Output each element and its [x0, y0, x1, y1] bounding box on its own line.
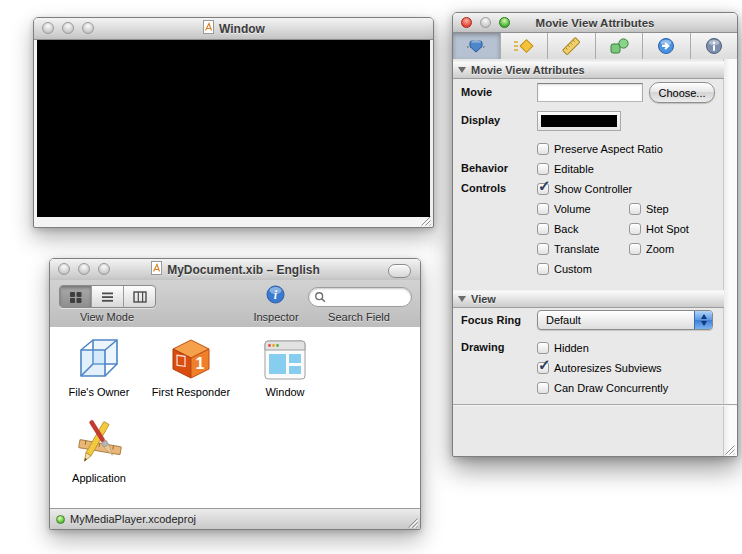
checkbox-autoresizes-subviews[interactable]: Autoresizes Subviews [537, 361, 662, 375]
scrollbar-track[interactable] [723, 59, 737, 456]
disclosure-triangle-icon[interactable] [458, 67, 466, 73]
close-button[interactable] [461, 17, 472, 28]
checkbox-box[interactable] [537, 362, 549, 374]
checkbox-hidden[interactable]: Hidden [537, 341, 589, 355]
tab-connections[interactable] [643, 33, 691, 59]
zoom-button[interactable] [82, 22, 94, 34]
view-mode-columns-segment[interactable] [124, 286, 155, 307]
list-view-icon [101, 291, 114, 303]
checkbox-box[interactable] [537, 163, 549, 175]
close-button[interactable] [58, 263, 70, 275]
window-controls [58, 263, 110, 275]
status-bar: MyMediaPlayer.xcodeproj [50, 508, 420, 529]
display-color-well[interactable] [537, 111, 621, 131]
checkbox-label: Zoom [646, 243, 674, 255]
checkbox-hot-spot[interactable]: Hot Spot [629, 222, 689, 236]
view-mode-icons-segment[interactable] [60, 286, 92, 307]
checkbox-can-draw-concurrently[interactable]: Can Draw Concurrently [537, 381, 668, 395]
checkbox-box[interactable] [537, 183, 549, 195]
resize-grip-icon[interactable] [722, 441, 735, 454]
behavior-label: Behavior [461, 162, 508, 174]
minimize-button[interactable] [78, 263, 90, 275]
movie-input[interactable] [541, 87, 641, 101]
checkbox-zoom[interactable]: Zoom [629, 242, 674, 256]
movie-view-canvas[interactable] [37, 40, 430, 217]
object-first-responder[interactable]: 1 First Responder [145, 333, 237, 398]
movie-window-titlebar[interactable]: Window [34, 18, 433, 40]
search-field-label: Search Field [308, 311, 410, 323]
movie-field[interactable] [537, 83, 643, 102]
tab-effects[interactable] [501, 33, 549, 59]
tab-attributes[interactable] [453, 33, 501, 59]
arrow-up-icon [701, 314, 707, 319]
controls-label: Controls [461, 182, 506, 194]
checkbox-label: Custom [554, 263, 592, 275]
checkbox-box[interactable] [537, 223, 549, 235]
checkbox-box[interactable] [629, 223, 641, 235]
minimize-button[interactable] [480, 17, 491, 28]
ib-document-window: MyDocument.xib – English View Mode i In [49, 258, 421, 530]
checkbox-label: Hidden [554, 342, 589, 354]
checkbox-show-controller[interactable]: Show Controller [537, 182, 632, 196]
checkbox-label: Preserve Aspect Ratio [554, 143, 663, 155]
inspector-button[interactable]: i [266, 285, 285, 304]
object-application[interactable]: Application [53, 419, 145, 484]
choose-button[interactable]: Choose... [649, 82, 715, 103]
checkbox-label: Hot Spot [646, 223, 689, 235]
section-header-movie-view-attributes[interactable]: Movie View Attributes [453, 61, 724, 79]
document-icon [150, 261, 163, 278]
focus-ring-popup[interactable]: Default [537, 310, 713, 330]
window-controls [461, 17, 510, 28]
checkbox-custom[interactable]: Custom [537, 262, 592, 276]
zoom-button[interactable] [98, 263, 110, 275]
section-title: Movie View Attributes [471, 64, 585, 76]
checkbox-label: Translate [554, 243, 599, 255]
doc-window-titlebar[interactable]: MyDocument.xib – English [50, 259, 420, 281]
checkbox-box[interactable] [537, 342, 549, 354]
connections-arrow-icon [655, 37, 677, 55]
resize-grip-icon[interactable] [418, 212, 431, 225]
checkbox-box[interactable] [629, 243, 641, 255]
section-header-view[interactable]: View [453, 290, 724, 308]
checkbox-step[interactable]: Step [629, 202, 669, 216]
checkbox-volume[interactable]: Volume [537, 202, 591, 216]
tab-bindings[interactable] [596, 33, 644, 59]
effects-diamond-icon [513, 37, 535, 55]
disclosure-triangle-icon[interactable] [458, 296, 466, 302]
checkbox-translate[interactable]: Translate [537, 242, 599, 256]
inspector-content: Movie View Attributes Movie Choose... Di… [453, 59, 737, 456]
search-input[interactable] [328, 290, 406, 304]
column-view-icon [133, 291, 147, 303]
checkbox-box[interactable] [537, 243, 549, 255]
focus-ring-label: Focus Ring [461, 314, 521, 326]
search-icon [314, 291, 326, 303]
size-ruler-icon [560, 37, 582, 55]
checkbox-back[interactable]: Back [537, 222, 578, 236]
checkbox-box[interactable] [537, 263, 549, 275]
view-mode-list-segment[interactable] [92, 286, 124, 307]
close-button[interactable] [42, 22, 54, 34]
checkbox-box[interactable] [537, 203, 549, 215]
inspector-titlebar[interactable]: Movie View Attributes [453, 13, 737, 33]
tab-size[interactable] [548, 33, 596, 59]
resize-grip-icon[interactable] [405, 514, 418, 527]
checkbox-box[interactable] [537, 382, 549, 394]
identity-info-icon [703, 37, 725, 55]
window-title: Window [219, 22, 265, 36]
object-window[interactable]: Window [239, 333, 331, 398]
application-icon [53, 419, 145, 467]
checkbox-editable[interactable]: Editable [537, 162, 594, 176]
checkbox-box[interactable] [537, 143, 549, 155]
search-field[interactable] [308, 287, 412, 307]
checkbox-label: Editable [554, 163, 594, 175]
window-title: Movie View Attributes [536, 17, 655, 29]
tab-identity[interactable] [691, 33, 738, 59]
object-files-owner[interactable]: File's Owner [53, 333, 145, 398]
minimize-button[interactable] [62, 22, 74, 34]
drawing-label: Drawing [461, 341, 504, 353]
toolbar-toggle-pill-button[interactable] [388, 264, 411, 278]
checkbox-box[interactable] [629, 203, 641, 215]
checkbox-preserve-aspect-ratio[interactable]: Preserve Aspect Ratio [537, 142, 663, 156]
zoom-button[interactable] [499, 17, 510, 28]
arrow-down-icon [701, 321, 707, 326]
